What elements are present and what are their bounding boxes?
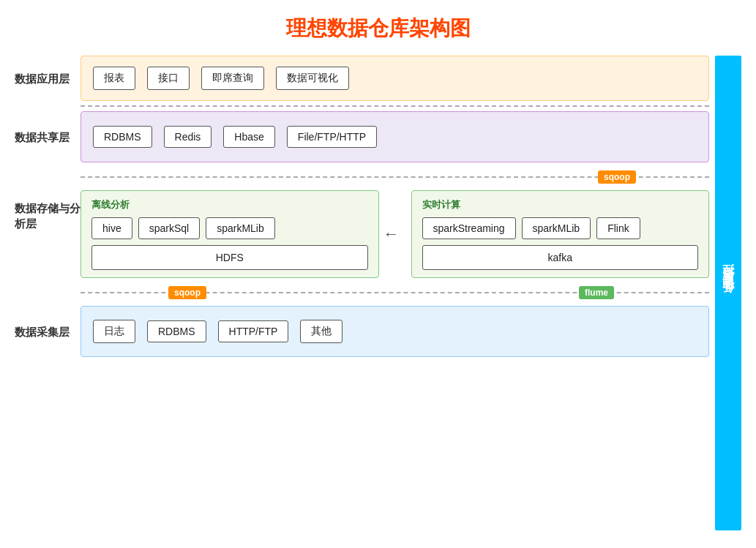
app-item-0: 报表 <box>93 67 135 90</box>
storage-layer-content: 离线分析 hive sparkSql sparkMLib HDFS ← <box>81 190 709 278</box>
shared-layer-row: 数据共享层 RDBMS Redis Hbase File/FTP/HTTP <box>15 111 709 162</box>
realtime-item-0: sparkStreaming <box>422 217 516 239</box>
storage-layer-label: 数据存储与分析层 <box>15 200 81 231</box>
shared-layer-content: RDBMS Redis Hbase File/FTP/HTTP <box>81 111 709 162</box>
offline-items-row: hive sparkSql sparkMLib <box>91 217 368 239</box>
collection-item-2: HTTP/FTP <box>218 320 289 342</box>
offline-item-1: sparkSql <box>138 217 200 239</box>
application-layer-content: 报表 接口 即席查询 数据可视化 <box>81 56 709 101</box>
collection-item-1: RDBMS <box>147 320 206 342</box>
shared-item-3: File/FTP/HTTP <box>287 126 377 148</box>
collection-layer-label: 数据采集层 <box>15 324 81 339</box>
layers-container: 数据应用层 报表 接口 即席查询 数据可视化 数据共享层 RDBMS Redis <box>15 56 709 530</box>
collection-layer-content: 日志 RDBMS HTTP/FTP 其他 <box>81 306 709 357</box>
realtime-box: 实时计算 sparkStreaming sparkMLib Flink kafk… <box>411 190 710 278</box>
storage-layer-row: 数据存储与分析层 离线分析 hive sparkSql sparkMLib HD… <box>15 190 709 278</box>
storage-row: 离线分析 hive sparkSql sparkMLib HDFS ← <box>81 190 709 278</box>
sidebar-text: 任务调度与监控 <box>721 283 736 304</box>
right-sidebar: 任务调度与监控 <box>715 56 741 530</box>
realtime-item-2: Flink <box>596 217 640 239</box>
shared-item-0: RDBMS <box>93 126 152 148</box>
offline-item-0: hive <box>91 217 132 239</box>
hdfs-box: HDFS <box>91 245 368 270</box>
diagram-area: 数据应用层 报表 接口 即席查询 数据可视化 数据共享层 RDBMS Redis <box>15 56 741 530</box>
realtime-item-1: sparkMLib <box>522 217 591 239</box>
collection-item-0: 日志 <box>93 320 135 343</box>
sqoop1-connector: sqoop <box>15 167 709 187</box>
offline-box: 离线分析 hive sparkSql sparkMLib HDFS <box>81 190 379 278</box>
offline-item-2: sparkMLib <box>206 217 275 239</box>
shared-item-2: Hbase <box>223 126 274 148</box>
application-layer-label: 数据应用层 <box>15 71 81 86</box>
sqoop2-badge: sqoop <box>168 286 206 299</box>
collection-layer-row: 数据采集层 日志 RDBMS HTTP/FTP 其他 <box>15 306 709 357</box>
app-item-1: 接口 <box>147 67 190 90</box>
arrow-left-icon: ← <box>379 225 404 244</box>
shared-layer-label: 数据共享层 <box>15 130 81 145</box>
app-item-3: 数据可视化 <box>276 67 349 90</box>
sep1 <box>15 105 709 107</box>
shared-item-1: Redis <box>164 126 212 148</box>
collection-item-3: 其他 <box>300 320 343 343</box>
realtime-items-row: sparkStreaming sparkMLib Flink <box>422 217 699 239</box>
app-item-2: 即席查询 <box>201 67 264 90</box>
main-container: 理想数据仓库架构图 数据应用层 报表 接口 即席查询 数据可视化 数据共享层 <box>0 0 756 548</box>
realtime-label: 实时计算 <box>422 198 699 211</box>
offline-label: 离线分析 <box>91 198 368 211</box>
page-title: 理想数据仓库架构图 <box>15 15 741 42</box>
flume-badge: flume <box>579 286 614 299</box>
sqoop1-badge: sqoop <box>598 170 636 184</box>
application-layer-row: 数据应用层 报表 接口 即席查询 数据可视化 <box>15 56 709 101</box>
kafka-box: kafka <box>422 245 699 270</box>
sqoop2-flume-connector: sqoop flume <box>15 282 709 303</box>
